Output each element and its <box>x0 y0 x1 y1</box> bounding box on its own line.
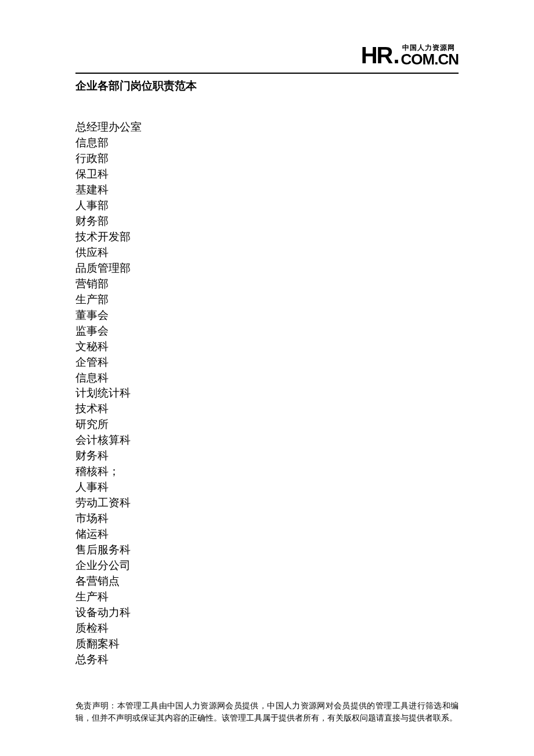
list-item: 董事会 <box>75 308 459 323</box>
list-item: 行政部 <box>75 151 459 167</box>
list-item: 信息科 <box>75 370 459 386</box>
list-item: 人事部 <box>75 198 459 214</box>
logo-comcn: COM.CN <box>401 52 459 67</box>
list-item: 文秘科 <box>75 339 459 355</box>
list-item: 总务科 <box>75 652 459 668</box>
list-item: 人事科 <box>75 480 459 495</box>
footer-disclaimer: 免责声明：本管理工具由中国人力资源网会员提供，中国人力资源网对会员提供的管理工具… <box>75 700 459 724</box>
list-item: 总经理办公室 <box>75 120 459 135</box>
logo: HR . 中国人力资源网 COM.CN <box>361 44 459 67</box>
list-item: 质检科 <box>75 621 459 636</box>
header-divider <box>75 73 459 74</box>
list-item: 市场科 <box>75 511 459 527</box>
list-item: 财务科 <box>75 448 459 464</box>
list-item: 计划统计科 <box>75 386 459 401</box>
list-item: 生产科 <box>75 589 459 605</box>
logo-dot: . <box>393 44 399 67</box>
list-item: 基建科 <box>75 182 459 198</box>
list-item: 品质管理部 <box>75 261 459 276</box>
list-item: 会计核算科 <box>75 433 459 448</box>
list-item: 企管科 <box>75 355 459 370</box>
list-item: 劳动工资科 <box>75 495 459 511</box>
department-list: 总经理办公室信息部行政部保卫科基建科人事部财务部技术开发部供应科品质管理部营销部… <box>75 120 459 668</box>
list-item: 生产部 <box>75 292 459 308</box>
list-item: 保卫科 <box>75 167 459 182</box>
list-item: 技术科 <box>75 401 459 417</box>
list-item: 监事会 <box>75 323 459 339</box>
page-title: 企业各部门岗位职责范本 <box>75 78 459 93</box>
list-item: 售后服务科 <box>75 542 459 558</box>
list-item: 设备动力科 <box>75 605 459 621</box>
list-item: 营销部 <box>75 276 459 292</box>
logo-right-block: 中国人力资源网 COM.CN <box>401 44 459 67</box>
list-item: 储运科 <box>75 527 459 542</box>
list-item: 技术开发部 <box>75 229 459 245</box>
list-item: 信息部 <box>75 135 459 151</box>
logo-hr-text: HR <box>361 44 392 67</box>
list-item: 各营销点 <box>75 574 459 589</box>
list-item: 质翻案科 <box>75 636 459 652</box>
list-item: 财务部 <box>75 214 459 229</box>
document-page: HR . 中国人力资源网 COM.CN 企业各部门岗位职责范本 总经理办公室信息… <box>0 0 534 756</box>
list-item: 供应科 <box>75 245 459 261</box>
list-item: 稽核科； <box>75 464 459 480</box>
list-item: 研究所 <box>75 417 459 433</box>
list-item: 企业分公司 <box>75 558 459 574</box>
